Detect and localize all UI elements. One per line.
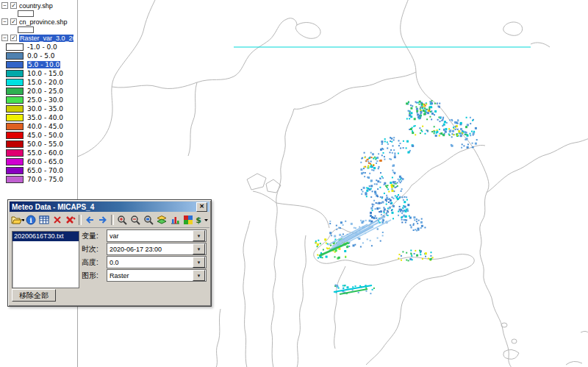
legend-range-label: 55.0 - 60.0 [27,149,63,157]
palette-icon[interactable] [182,214,195,227]
dialog-title: Meteo Data - MICAPS_4 [12,203,94,211]
dialog-titlebar[interactable]: Meteo Data - MICAPS_4 ✕ [10,202,209,212]
close-icon[interactable]: ✕ [196,202,207,212]
radar-echo-layer [315,100,478,294]
layer-item-raster[interactable]: − ✓ Raster_var_3.0_2020-6 [0,34,77,42]
dropdown-value: 2020-06-17 23:00 [107,246,193,253]
legend-item[interactable]: 45.0 - 50.0 [0,131,77,140]
legend-item[interactable]: 20.0 - 25.0 [0,87,77,96]
legend-item[interactable]: -1.0 - 0.0 [0,43,77,51]
legend-item[interactable]: 10.0 - 15.0 [0,69,77,78]
dropdown-arrow-icon[interactable]: ▼ [193,270,205,281]
layer-label: cn_province.shp [19,18,68,26]
remove-all-button[interactable]: 移除全部 [12,289,56,302]
legend-item[interactable]: 15.0 - 20.0 [0,78,77,87]
table-icon[interactable] [37,214,51,227]
raster-legend-list: -1.0 - 0.00.0 - 5.05.0 - 10.010.0 - 15.0… [0,43,77,184]
layers-icon[interactable] [155,214,168,227]
delete-icon[interactable] [51,214,64,227]
legend-color-swatch [6,61,24,68]
polygon-swatch [18,26,34,33]
layer-checkbox[interactable]: ✓ [10,18,17,25]
field-row-variable: 变量:var▼ [82,229,207,242]
layer-checkbox[interactable]: ✓ [10,35,17,41]
info-icon[interactable]: i [24,214,37,227]
legend-color-swatch [6,114,24,121]
legend-range-label: 40.0 - 45.0 [27,123,63,130]
legend-item[interactable]: 60.0 - 65.0 [0,157,77,166]
file-list-item[interactable]: 20200616T30.txt [12,232,79,241]
chart-icon[interactable] [168,214,182,227]
svg-text:i: i [29,217,32,224]
layer-checkbox[interactable]: ✓ [10,2,17,9]
legend-color-swatch [6,140,24,148]
map-borders [74,0,588,367]
dialog-fields: 变量:var▼时次:2020-06-17 23:00▼高度:0.0▼图形:Ras… [82,229,207,282]
legend-color-swatch [6,105,24,113]
dropdown-arrow-icon[interactable]: ▼ [193,243,205,254]
dropdown-graphic[interactable]: Raster▼ [107,269,207,282]
meteo-data-dialog: Meteo Data - MICAPS_4 ✕ i$ 20200616T30.t… [7,199,212,307]
layer-symbol-row [0,26,77,34]
zoom-out-icon[interactable] [129,214,142,227]
back-arrow-icon[interactable] [83,214,96,227]
legend-item[interactable]: 65.0 - 70.0 [0,166,77,175]
field-label: 时次: [82,244,107,254]
dropdown-variable[interactable]: var▼ [107,229,207,242]
dropdown-arrow-icon[interactable]: ▼ [193,257,205,268]
field-label: 高度: [82,257,107,268]
layer-item-country[interactable]: − ✓ country.shp [0,1,77,10]
legend-range-label: 35.0 - 40.0 [27,114,63,121]
dropdown-arrow-icon[interactable]: ▼ [193,230,205,241]
legend-item[interactable]: 35.0 - 40.0 [0,113,77,122]
legend-color-swatch [6,132,24,139]
dropdown-height[interactable]: 0.0▼ [107,256,207,268]
legend-range-label: 60.0 - 65.0 [27,158,63,165]
field-row-time: 时次:2020-06-17 23:00▼ [82,243,207,255]
polygon-swatch [18,10,34,17]
legend-color-swatch [6,167,24,174]
collapse-icon[interactable]: − [1,2,8,9]
collapse-icon[interactable]: − [1,18,8,25]
layer-symbol-row [0,10,77,18]
forward-arrow-icon[interactable] [96,214,110,227]
legend-item[interactable]: 0.0 - 5.0 [0,51,77,60]
data-file-listbox[interactable]: 20200616T30.txt [12,231,79,288]
layer-label: Raster_var_3.0_2020-6 [19,35,74,42]
legend-range-label: 15.0 - 20.0 [27,79,63,86]
toolbar-separator [79,215,82,225]
legend-item[interactable]: 70.0 - 75.0 [0,175,77,184]
legend-item[interactable]: 50.0 - 55.0 [0,140,77,149]
legend-color-swatch [6,158,24,165]
map-canvas[interactable] [0,0,588,367]
legend-item[interactable]: 30.0 - 35.0 [0,104,77,113]
legend-item[interactable]: 40.0 - 45.0 [0,122,77,131]
layer-item-province[interactable]: − ✓ cn_province.shp [0,18,77,26]
dropdown-time[interactable]: 2020-06-17 23:00▼ [107,243,207,255]
legend-color-swatch [6,43,24,51]
legend-range-label: 30.0 - 35.0 [27,105,63,113]
dropdown-value: Raster [107,272,193,279]
zoom-in-icon[interactable] [115,214,129,227]
money-icon[interactable]: $ [195,214,208,227]
field-label: 变量: [82,231,107,241]
zoom-extent-icon[interactable] [142,214,155,227]
delete-all-icon[interactable] [64,214,77,227]
field-row-height: 高度:0.0▼ [82,256,207,268]
legend-range-label: 45.0 - 50.0 [27,132,63,139]
legend-color-swatch [6,88,24,95]
dropdown-value: var [107,232,193,240]
legend-range-label: 0.0 - 5.0 [27,52,55,60]
legend-item[interactable]: 25.0 - 30.0 [0,96,77,104]
dialog-toolbar: i$ [10,213,209,228]
open-file-icon[interactable] [11,214,24,227]
legend-color-swatch [6,123,24,130]
legend-color-swatch [6,96,24,104]
legend-item[interactable]: 55.0 - 60.0 [0,149,77,157]
legend-color-swatch [6,149,24,157]
collapse-icon[interactable]: − [1,35,8,41]
legend-item[interactable]: 5.0 - 10.0 [0,60,77,69]
legend-color-swatch [6,176,24,183]
legend-color-swatch [6,70,24,77]
legend-range-label: 5.0 - 10.0 [27,61,60,68]
